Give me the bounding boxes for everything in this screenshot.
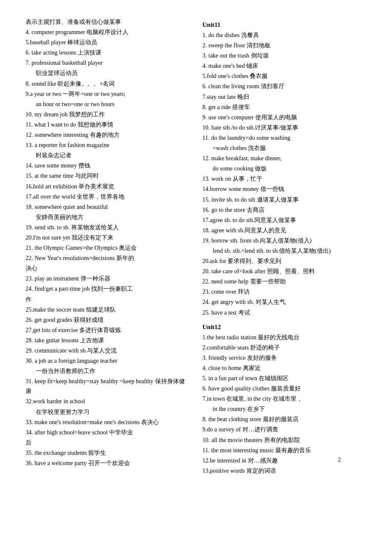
right-column: Unit11 1. do the dishes 洗餐具 2. sweep the… [202, 17, 366, 476]
u11-entry-8: 8. get a ride 搭便车 [202, 102, 366, 112]
entry-5: 5.baseball player 棒球运动员 [26, 38, 190, 47]
u11-entry-9: 9. use one's computer 使用某人的电脑 [202, 113, 366, 122]
u12-entry-7b: in the country 在乡下 [202, 404, 366, 414]
entry-13a: 13. a reporter for fashion magazine [26, 140, 190, 150]
u11-entry-17: 17.agree sb. to do sth.同意某人做某事 [202, 215, 366, 225]
unit11-title: Unit11 [202, 21, 366, 29]
u11-entry-22: 22. need some help 需要一些帮助 [202, 277, 366, 286]
u11-entry-12b: do some cooking 做饭 [202, 164, 366, 173]
entry-9a: 9.a year or two 一两年=one or two years; [26, 89, 190, 99]
entry-16: 16.hold art exhibition 举办美术展览 [26, 182, 190, 191]
entry-14: 14. save some money 攒钱 [26, 161, 190, 171]
u12-entry-9: 9.do a survey of 对…进行调查 [202, 425, 366, 434]
u11-entry-20a: 20.ask for 要求得到、要求见到 [202, 256, 366, 266]
entry-27: 27.get lots of exercise 多进行体育锻炼 [26, 325, 190, 335]
u11-entry-20b: 20. take care of=look after 照顾、照看、照料 [202, 266, 366, 276]
entry-22b: 决心 [26, 263, 190, 273]
entry-32b: 在学校里更努力学习 [26, 407, 190, 417]
entry-top-1: 表示主观打算、准备或有信心做某事 [26, 17, 190, 27]
left-column: 表示主观打算、准备或有信心做某事 4. computer programmer … [26, 17, 190, 468]
entry-4: 4. computer programmer 电脑程序设计人 [26, 27, 190, 37]
entry-35: 35. the exchange students 留学生 [26, 448, 190, 458]
entry-20: 20.I'm not sure yet 我还没有定下来 [26, 233, 190, 243]
u11-entry-19a: 19. borrow sth. from sb.向某人借某物(借入) [202, 236, 366, 246]
u11-entry-1: 1. do the dishes 洗餐具 [202, 30, 366, 40]
u12-entry-12: 12.be interested in 对…感兴趣 [202, 456, 366, 465]
entry-11: 11. what I want to do 我想做的事情 [26, 120, 190, 130]
entry-25: 25.make the soccer team 组建足球队 [26, 305, 190, 315]
u12-entry-10: 10. all the movie theaters 所有的电影院 [202, 435, 366, 445]
u11-entry-7: 7.stay out late 晚归 [202, 92, 366, 102]
entry-7b: 职业篮球运动员 [26, 68, 190, 78]
entry-26: 26. get good grades 获得好成绩 [26, 315, 190, 325]
entry-22a: 22. New Year's resolutions=decisions 新年的 [26, 253, 190, 263]
entry-24b: 作 [26, 295, 190, 304]
u12-entry-4: 4. close to home 离家近 [202, 363, 366, 373]
u12-entry-6: 6. have good quality clothes 服装质量好 [202, 384, 366, 393]
u11-entry-13: 13. work on 从事，忙于 [202, 174, 366, 184]
u11-entry-4: 4. make one's bed 铺床 [202, 61, 366, 71]
u12-entry-11: 11. the most interesting music 最有趣的音乐 [202, 445, 366, 455]
page-number: 2 [338, 457, 341, 463]
u11-entry-6: 6. clean the living room 清扫客厅 [202, 81, 366, 91]
u11-entry-16: 16. go to the store 去商店 [202, 205, 366, 215]
u11-entry-24: 24. get angry with sb. 对某人生气 [202, 297, 366, 307]
entry-30a: 30. a job as a foreign language teacher [26, 356, 190, 366]
u11-entry-11b: =wash clothes 洗衣服 [202, 143, 366, 153]
u11-entry-14: 14.borrow some money 借一些钱 [202, 184, 366, 194]
entry-21: 21. the Olympic Games=the Olympics 奥运会 [26, 243, 190, 253]
u12-entry-5: 5. in a fun part of town 在城镇闹区 [202, 373, 366, 383]
entry-29: 29. communicate with sb.与某人交流 [26, 346, 190, 356]
entry-18a: 18. somewhere quiet and beautiful [26, 202, 190, 212]
u12-entry-8: 8. the beat clothing store 最好的服装店 [202, 414, 366, 424]
entry-28: 28. take guitar lessons 上吉他课 [26, 335, 190, 345]
entry-17: 17.all over the world 全世界，世界各地 [26, 192, 190, 202]
u11-entry-5: 5.fold one's clothes 叠衣服 [202, 71, 366, 81]
u11-entry-3: 3. take out the trash 倒垃圾 [202, 51, 366, 61]
entry-12: 12. somewhere interesting 有趣的地方 [26, 130, 190, 140]
entry-19: 19. send sth. to sb. 将某物发送给某人 [26, 223, 190, 232]
unit12-title: Unit12 [202, 324, 366, 331]
u11-entry-12a: 12. make breakfast, make dinner, [202, 153, 366, 163]
entry-6: 6. take acting lessons 上演技课 [26, 48, 190, 58]
entry-23: 23. play an instrument 弹一种乐器 [26, 274, 190, 283]
entry-8: 8. sound like 听起来像。。。+名词 [26, 79, 190, 89]
entry-13b: 时装杂志记者 [26, 150, 190, 160]
entry-33: 33. make one's resolution=make one's dec… [26, 417, 190, 427]
entry-10: 10. my dream job 我梦想的工作 [26, 110, 190, 119]
entry-18b: 安静而美丽的地方 [26, 212, 190, 222]
u11-entry-19b: lend sb. sth.=lend sth. to sb.借给某人某物(借出) [202, 246, 366, 256]
entry-9b: an hour or two=one or two hours [26, 99, 190, 109]
u11-entry-18: 18. agree with sb.同意某人的意见 [202, 225, 366, 235]
entry-31: 31. keep fit=keep healthy=stay healthy =… [26, 376, 190, 396]
u12-entry-13: 13.positive words 肯定的词语 [202, 466, 366, 476]
u12-entry-2: 2.comfortable seats 舒适的椅子 [202, 343, 366, 353]
u11-entry-15: 15. invite sb. to do sth 邀请某人做某事 [202, 195, 366, 205]
entry-34a: 34. after high school=leave school 中学毕业 [26, 428, 190, 437]
u12-entry-1: 1.the best radio station 最好的无线电台 [202, 332, 366, 342]
entry-15: 15. at the same time 与此同时 [26, 171, 190, 181]
entry-7a: 7. professional basketball player [26, 58, 190, 68]
u12-entry-3: 3. friendly service 友好的服务 [202, 353, 366, 363]
entry-24a: 24. find/get a part-time job 找到一份兼职工 [26, 284, 190, 294]
entry-32a: 32.work harder in school [26, 396, 190, 406]
u11-entry-10: 10. hate sth./to do sth.讨厌某事/做某事 [202, 123, 366, 133]
u11-entry-11a: 11. do the laundry=do some washing [202, 133, 366, 143]
entry-34b: 后 [26, 438, 190, 448]
entry-36: 36. have a welcome party 召开一个欢迎会 [26, 458, 190, 468]
u12-entry-7a: 7.in town 在城里, in the city 在城市里， [202, 394, 366, 404]
u11-entry-25: 25. have a test 考试 [202, 308, 366, 318]
entry-30b: 一份当外语教师的工作 [26, 366, 190, 376]
u11-entry-2: 2. sweep the floor 清扫地板 [202, 40, 366, 50]
u11-entry-23: 23. come over 拜访 [202, 287, 366, 297]
